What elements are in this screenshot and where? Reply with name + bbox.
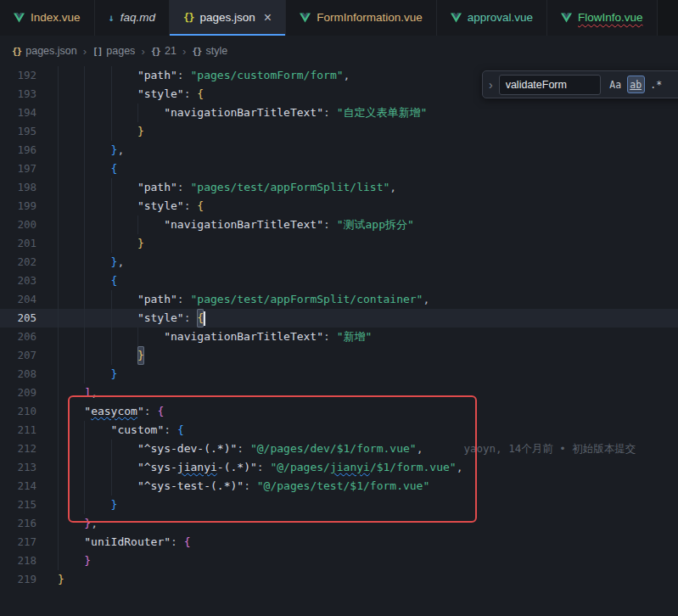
code-line-217[interactable]: 217"uniIdRouter": { xyxy=(0,533,678,552)
line-number[interactable]: 211 xyxy=(0,421,58,440)
code-line-212[interactable]: 212"^sys-dev-(.*)": "@/pages/dev/$1/form… xyxy=(0,440,678,458)
line-number[interactable]: 206 xyxy=(0,328,58,346)
code-line-208[interactable]: 208} xyxy=(0,365,678,384)
line-number[interactable]: 204 xyxy=(0,290,58,309)
indent-guide xyxy=(58,514,84,533)
indent-guide xyxy=(111,477,137,496)
code-line-199[interactable]: 199"style": { xyxy=(0,197,678,216)
line-number[interactable]: 207 xyxy=(0,346,58,365)
find-input[interactable] xyxy=(499,75,601,95)
line-number[interactable]: 203 xyxy=(0,272,58,290)
code-line-213[interactable]: 213"^sys-jianyi-(.*)": "@/pages/jianyi/$… xyxy=(0,458,678,477)
line-content: }, xyxy=(58,141,124,160)
code-line-210[interactable]: 210"easycom": { xyxy=(0,402,678,421)
indent-guide xyxy=(111,85,137,104)
indent-guide xyxy=(58,197,84,216)
indent-guide xyxy=(111,290,137,309)
close-tab-icon[interactable]: × xyxy=(264,11,272,25)
code-line-211[interactable]: 211"custom": { xyxy=(0,421,678,440)
line-number[interactable]: 209 xyxy=(0,384,58,402)
code-line-195[interactable]: 195} xyxy=(0,122,678,141)
breadcrumb-item-pages[interactable]: []pages xyxy=(92,45,135,57)
code-line-200[interactable]: 200"navigationBarTitleText": "测试app拆分" xyxy=(0,216,678,234)
line-number[interactable]: 212 xyxy=(0,440,58,458)
code-area[interactable]: 192"path": "pages/customForm/form",193"s… xyxy=(0,66,678,616)
line-number[interactable]: 195 xyxy=(0,122,58,141)
line-number[interactable]: 196 xyxy=(0,141,58,160)
code-line-203[interactable]: 203{ xyxy=(0,272,678,290)
code-line-215[interactable]: 215} xyxy=(0,496,678,514)
tab-label: faq.md xyxy=(120,12,155,24)
line-number[interactable]: 213 xyxy=(0,458,58,477)
line-number[interactable]: 217 xyxy=(0,533,58,552)
code-line-201[interactable]: 201} xyxy=(0,234,678,253)
tab-flowinfo-vue[interactable]: FlowInfo.vue xyxy=(547,0,658,36)
indent-guide xyxy=(84,496,110,514)
code-line-196[interactable]: 196}, xyxy=(0,141,678,160)
tab-pages-json[interactable]: {}pages.json× xyxy=(170,0,286,36)
indent-guide xyxy=(111,216,137,234)
line-content: "style": { xyxy=(58,197,204,216)
code-line-206[interactable]: 206"navigationBarTitleText": "新增" xyxy=(0,328,678,346)
line-number[interactable]: 192 xyxy=(0,66,58,85)
code-line-207[interactable]: 207} xyxy=(0,346,678,365)
tab-faq-md[interactable]: ↓faq.md xyxy=(95,0,171,36)
line-number[interactable]: 200 xyxy=(0,216,58,234)
line-number[interactable]: 205 xyxy=(0,309,58,328)
find-toggle-regex[interactable]: .* xyxy=(647,76,665,93)
indent-guide xyxy=(58,309,84,328)
line-number[interactable]: 208 xyxy=(0,365,58,384)
indent-guide xyxy=(58,66,84,85)
breadcrumb-item-pages-json[interactable]: {}pages.json xyxy=(12,45,77,57)
code-line-216[interactable]: 216}, xyxy=(0,514,678,533)
code-line-214[interactable]: 214"^sys-test-(.*)": "@/pages/test/$1/fo… xyxy=(0,477,678,496)
code-line-219[interactable]: 219} xyxy=(0,570,678,589)
line-content: }, xyxy=(58,253,124,272)
line-number[interactable]: 210 xyxy=(0,402,58,421)
find-widget: › Aaab.* xyxy=(482,70,678,98)
line-number[interactable]: 194 xyxy=(0,104,58,122)
indent-guide xyxy=(58,253,84,272)
tab-label: Index.vue xyxy=(31,12,81,24)
line-number[interactable]: 216 xyxy=(0,514,58,533)
indent-guide xyxy=(84,160,110,178)
tab-index-vue[interactable]: Index.vue xyxy=(0,0,95,36)
code-line-198[interactable]: 198"path": "pages/test/appFormSplit/list… xyxy=(0,178,678,197)
json-icon: {} xyxy=(183,12,193,24)
line-number[interactable]: 202 xyxy=(0,253,58,272)
indent-guide xyxy=(58,160,84,178)
indent-guide xyxy=(58,290,84,309)
line-number[interactable]: 214 xyxy=(0,477,58,496)
matched-bracket: } xyxy=(137,346,144,365)
breadcrumb-item-style[interactable]: {}style xyxy=(192,45,227,57)
line-number[interactable]: 198 xyxy=(0,178,58,197)
breadcrumb-item-21[interactable]: {}21 xyxy=(151,45,177,57)
code-line-218[interactable]: 218} xyxy=(0,552,678,570)
find-toggle-match-case[interactable]: Aa xyxy=(607,76,625,93)
code-line-202[interactable]: 202}, xyxy=(0,253,678,272)
find-expand-chevron[interactable]: › xyxy=(489,78,493,92)
text-cursor xyxy=(204,311,205,326)
line-number[interactable]: 215 xyxy=(0,496,58,514)
code-line-209[interactable]: 209], xyxy=(0,384,678,402)
tab-forminformation-vue[interactable]: FormInformation.vue xyxy=(286,0,437,36)
tab-approval-vue[interactable]: approval.vue xyxy=(437,0,547,36)
indent-guide xyxy=(111,234,137,253)
code-line-194[interactable]: 194"navigationBarTitleText": "自定义表单新增" xyxy=(0,104,678,122)
code-line-205[interactable]: 205"style": { xyxy=(0,309,678,328)
line-number[interactable]: 193 xyxy=(0,85,58,104)
indent-guide xyxy=(84,197,110,216)
code-line-197[interactable]: 197{ xyxy=(0,160,678,178)
line-number[interactable]: 218 xyxy=(0,552,58,570)
line-number[interactable]: 197 xyxy=(0,160,58,178)
line-content: "path": "pages/test/appFormSplit/contain… xyxy=(58,290,429,309)
markdown-icon: ↓ xyxy=(109,12,115,24)
code-line-204[interactable]: 204"path": "pages/test/appFormSplit/cont… xyxy=(0,290,678,309)
line-content: "uniIdRouter": { xyxy=(58,533,191,552)
line-content: } xyxy=(58,552,91,570)
line-number[interactable]: 199 xyxy=(0,197,58,216)
line-number[interactable]: 219 xyxy=(0,570,58,589)
breadcrumb-separator: › xyxy=(83,45,87,58)
line-number[interactable]: 201 xyxy=(0,234,58,253)
find-toggle-whole-word[interactable]: ab xyxy=(627,76,645,93)
